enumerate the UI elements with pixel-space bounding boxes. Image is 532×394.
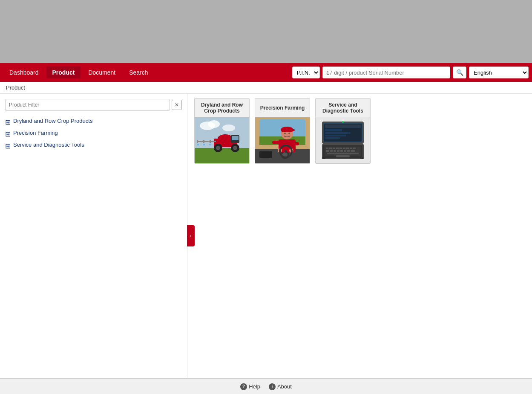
svg-rect-13 [197,141,216,142]
svg-rect-61 [327,153,359,154]
svg-rect-14 [197,140,198,143]
svg-rect-32 [272,141,280,144]
sidebar-item-dryland[interactable]: ⊞ Dryland and Row Crop Products [5,116,182,128]
svg-rect-24 [259,151,272,158]
svg-rect-66 [325,125,361,128]
farming-illustration [255,117,310,163]
product-grid: Dryland and Row Crop Products [187,94,532,378]
svg-point-38 [284,133,286,134]
product-nav-btn[interactable]: Product [46,67,81,78]
svg-rect-33 [291,142,299,145]
svg-rect-57 [340,150,343,152]
svg-point-3 [208,120,220,128]
svg-rect-60 [351,150,355,152]
filter-row: ✕ [5,99,182,111]
svg-rect-47 [336,148,339,149]
svg-rect-45 [329,148,332,149]
svg-rect-56 [337,150,339,152]
help-icon: ? [240,383,247,390]
svg-point-18 [203,144,205,145]
product-card-dryland[interactable]: Dryland and Row Crop Products [194,98,250,164]
svg-rect-48 [339,148,342,149]
product-card-img-precision [255,117,310,163]
expand-icon-service: ⊞ [5,142,11,150]
laptop-illustration [316,117,370,163]
product-card-img-service [316,117,370,163]
svg-rect-73 [360,157,364,159]
svg-rect-49 [343,148,345,149]
about-label: About [277,383,292,390]
svg-point-19 [209,144,211,145]
svg-rect-70 [325,137,340,139]
chevron-left-icon: ‹ [190,233,192,239]
svg-rect-46 [333,148,335,149]
help-label: Help [249,383,260,390]
svg-point-37 [285,150,287,153]
svg-rect-58 [344,150,346,152]
sidebar-label-dryland: Dryland and Row Crop Products [13,118,92,124]
product-card-img-dryland [195,117,249,163]
svg-rect-72 [322,157,325,159]
serial-input[interactable] [322,67,450,78]
svg-rect-15 [203,140,204,143]
navbar: Dashboard Product Document Search P.I.N.… [0,63,532,82]
svg-point-12 [233,146,237,150]
svg-rect-8 [232,136,239,140]
clear-icon: ✕ [175,102,179,108]
product-card-service[interactable]: Service and Diagnostic Tools [315,98,371,164]
svg-rect-52 [353,148,356,149]
svg-rect-53 [326,150,329,152]
product-card-precision[interactable]: Precision Farming [255,98,310,164]
svg-rect-44 [326,148,328,149]
svg-rect-59 [347,150,350,152]
svg-rect-51 [350,148,352,149]
breadcrumb-text: Product [6,84,25,91]
search-nav-btn[interactable]: Search [123,67,154,78]
about-link[interactable]: i About [269,383,292,390]
svg-rect-1 [195,148,249,163]
breadcrumb: Product [0,82,532,94]
main-content: ✕ ⊞ Dryland and Row Crop Products ⊞ Prec… [0,94,532,378]
product-card-title-precision: Precision Farming [255,98,310,117]
expand-icon-precision: ⊞ [5,130,11,138]
language-select[interactable]: English Español Français Deutsch [469,67,529,78]
svg-rect-50 [346,148,349,149]
sidebar: ✕ ⊞ Dryland and Row Crop Products ⊞ Prec… [0,94,187,378]
about-icon: i [269,383,276,390]
svg-point-10 [216,146,220,150]
svg-point-39 [288,133,290,134]
sidebar-toggle-button[interactable]: ‹ [187,225,195,246]
svg-rect-55 [334,150,336,152]
svg-rect-68 [325,132,351,134]
svg-point-6 [218,134,233,143]
svg-rect-67 [325,129,342,131]
sidebar-label-service: Service and Diagnostic Tools [13,142,84,148]
sprayer-illustration [195,117,249,163]
svg-point-4 [222,125,235,131]
expand-icon-dryland: ⊞ [5,118,11,126]
search-icon: 🔍 [456,69,463,76]
product-card-title-service: Service and Diagnostic Tools [316,98,370,117]
filter-clear-button[interactable]: ✕ [172,100,182,110]
svg-rect-30 [290,129,295,131]
svg-rect-62 [336,155,350,157]
document-nav-btn[interactable]: Document [82,67,121,78]
svg-point-71 [342,121,344,123]
pin-select[interactable]: P.I.N. [292,67,320,78]
dashboard-nav-btn[interactable]: Dashboard [3,67,45,78]
product-filter-input[interactable] [5,99,170,111]
footer: ? Help i About [0,379,532,394]
svg-point-17 [197,144,199,145]
help-link[interactable]: ? Help [240,383,260,390]
sidebar-item-precision[interactable]: ⊞ Precision Farming [5,128,182,140]
svg-rect-54 [330,150,333,152]
navbar-right: P.I.N. 🔍 English Español Français Deutsc… [292,67,529,78]
sidebar-label-precision: Precision Farming [13,130,58,136]
product-card-title-dryland: Dryland and Row Crop Products [195,98,249,117]
serial-search-button[interactable]: 🔍 [453,67,466,78]
svg-rect-69 [325,135,346,136]
top-gray-area [0,0,532,63]
sidebar-item-service[interactable]: ⊞ Service and Diagnostic Tools [5,140,182,152]
svg-rect-16 [210,140,211,143]
